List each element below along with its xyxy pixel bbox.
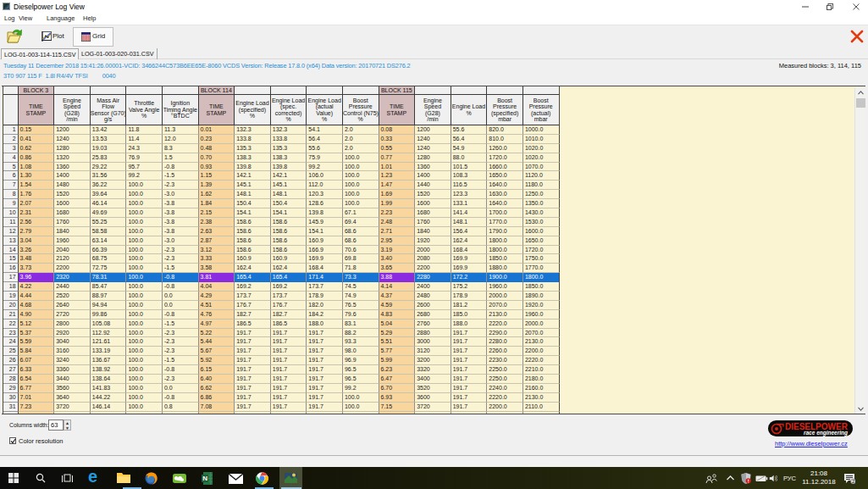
svg-text:N: N xyxy=(202,475,207,482)
